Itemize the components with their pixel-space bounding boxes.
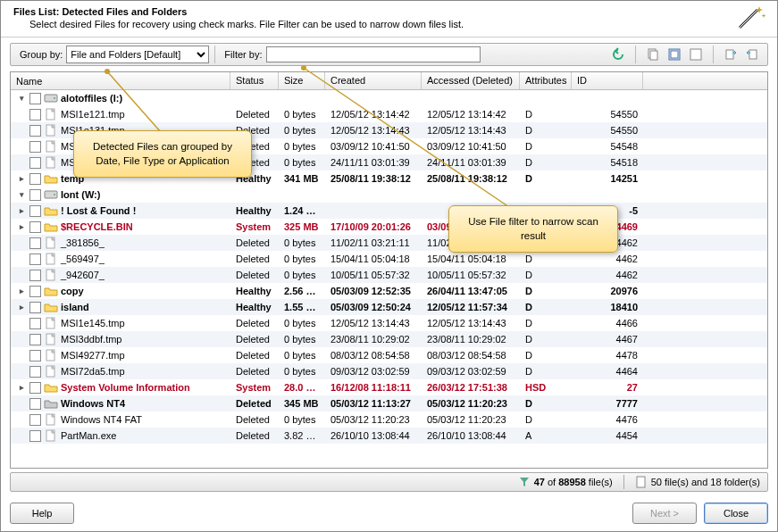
cell-status: Deleted: [230, 397, 279, 410]
col-size[interactable]: Size: [279, 72, 325, 89]
tree-toggle[interactable]: ▸: [16, 287, 27, 295]
next-button[interactable]: Next >: [632, 503, 697, 524]
cell-attributes: D: [520, 317, 572, 329]
cell-status: Deleted: [230, 429, 279, 442]
table-row[interactable]: PartMan.exeDeleted3.82 MB26/10/10 13:08:…: [11, 428, 767, 444]
table-row[interactable]: MSI1e145.tmpDeleted0 bytes12/05/12 13:14…: [11, 315, 767, 331]
row-checkbox[interactable]: [29, 350, 41, 362]
deselect-button[interactable]: [686, 46, 706, 63]
tree-toggle[interactable]: ▸: [16, 222, 27, 231]
cell-attributes: D: [520, 156, 572, 169]
row-checkbox[interactable]: [29, 205, 41, 217]
cell-created: 09/03/12 03:02:59: [325, 365, 422, 378]
tree-toggle[interactable]: ▾: [16, 94, 27, 103]
cell-size: 0 bytes: [279, 349, 325, 362]
cell-status: Deleted: [230, 269, 279, 281]
dialog-subtitle: Select desired Files for recovery using …: [29, 19, 768, 29]
dialog-title: Files List: Detected Files and Folders: [13, 6, 768, 17]
cell-size: 28.0 KB: [279, 381, 325, 394]
cell-attributes: D: [520, 124, 572, 137]
close-button[interactable]: Close: [704, 503, 768, 524]
group-by-select[interactable]: File and Folders [Default]: [66, 46, 209, 63]
col-accessed[interactable]: Accessed (Deleted): [422, 72, 520, 89]
cell-created: 12/05/12 13:14:43: [325, 317, 422, 329]
callout-text: Detected Files can grouped by Date, File…: [93, 141, 232, 166]
cell-created: 10/05/11 05:57:32: [325, 269, 422, 281]
col-attributes[interactable]: Attributes: [520, 72, 572, 89]
select-all-button[interactable]: [665, 46, 684, 63]
row-checkbox[interactable]: [29, 382, 41, 394]
row-checkbox[interactable]: [29, 237, 41, 249]
row-checkbox[interactable]: [29, 157, 41, 169]
copy-button[interactable]: [643, 46, 663, 63]
toolbar: Group by: File and Folders [Default] Fil…: [10, 43, 768, 66]
row-checkbox[interactable]: [29, 286, 41, 297]
table-row[interactable]: ▾Iont (W:): [11, 187, 767, 203]
tree-toggle[interactable]: ▸: [16, 206, 27, 215]
row-checkbox[interactable]: [29, 109, 41, 121]
table-row[interactable]: _381856_Deleted0 bytes11/02/11 03:21:111…: [11, 235, 767, 251]
cell-id: 27: [572, 381, 643, 394]
table-row[interactable]: MSI72da5.tmpDeleted0 bytes09/03/12 03:02…: [11, 363, 767, 379]
row-checkbox[interactable]: [29, 302, 41, 313]
tree-toggle[interactable]: ▾: [16, 190, 27, 199]
cell-size: 0 bytes: [279, 124, 325, 137]
file-name: MSI3ddbf.tmp: [61, 334, 121, 345]
table-row[interactable]: ▾alotoffiles (I:): [11, 90, 767, 106]
refresh-button[interactable]: [608, 46, 628, 63]
row-checkbox[interactable]: [29, 221, 41, 233]
table-row[interactable]: ▸System Volume InformationSystem28.0 KB1…: [11, 379, 767, 395]
table-row[interactable]: ▸copyHealthy2.56 GB05/03/09 12:52:3526/0…: [11, 283, 767, 299]
cell-status: Deleted: [230, 365, 279, 378]
row-checkbox[interactable]: [29, 189, 41, 201]
row-checkbox[interactable]: [29, 93, 41, 104]
svg-rect-26: [637, 477, 645, 487]
row-checkbox[interactable]: [29, 334, 41, 345]
row-checkbox[interactable]: [29, 430, 41, 442]
cell-size: 0 bytes: [279, 108, 325, 121]
table-row[interactable]: MSI3ddbf.tmpDeleted0 bytes23/08/11 10:29…: [11, 331, 767, 347]
tree-toggle[interactable]: ▸: [16, 383, 27, 392]
row-checkbox[interactable]: [29, 414, 41, 426]
cell-id: 4462: [572, 269, 643, 281]
export-button[interactable]: [721, 46, 740, 63]
table-row[interactable]: Windows NT4 FATDeleted0 bytes05/03/12 11…: [11, 411, 767, 428]
cell-created: 05/03/12 11:13:27: [325, 397, 422, 410]
cell-attributes: [520, 97, 572, 99]
row-checkbox[interactable]: [29, 366, 41, 378]
cell-accessed: 15/04/11 05:04:18: [422, 253, 520, 265]
col-name[interactable]: Name: [11, 72, 230, 89]
cell-created: 12/05/12 13:14:42: [325, 108, 422, 121]
col-status[interactable]: Status: [230, 72, 279, 89]
cell-size: [279, 97, 325, 99]
help-button[interactable]: Help: [10, 503, 74, 524]
filter-input[interactable]: [266, 46, 481, 62]
row-checkbox[interactable]: [29, 318, 41, 329]
row-checkbox[interactable]: [29, 173, 41, 185]
cell-size: 0 bytes: [279, 253, 325, 265]
file-name: island: [61, 302, 89, 312]
table-row[interactable]: MSI49277.tmpDeleted0 bytes08/03/12 08:54…: [11, 347, 767, 363]
table-row[interactable]: _569497_Deleted0 bytes15/04/11 05:04:181…: [11, 251, 767, 267]
row-checkbox[interactable]: [29, 141, 41, 153]
file-icon: [44, 124, 58, 137]
cell-size: 3.82 MB: [279, 429, 325, 442]
table-row[interactable]: ▸! Lost & Found !Healthy1.24 MB-5: [11, 203, 767, 219]
row-checkbox[interactable]: [29, 125, 41, 137]
cell-status: Deleted: [230, 237, 279, 249]
cell-id: 4476: [572, 413, 643, 426]
table-row[interactable]: Windows NT4Deleted345 MB05/03/12 11:13:2…: [11, 395, 767, 411]
table-row[interactable]: MSI1e121.tmpDeleted0 bytes12/05/12 13:14…: [11, 106, 767, 122]
cell-size: 1.55 MB: [279, 301, 325, 313]
row-checkbox[interactable]: [29, 254, 41, 265]
import-button[interactable]: [742, 46, 762, 63]
tree-toggle[interactable]: ▸: [16, 303, 27, 312]
row-checkbox[interactable]: [29, 270, 41, 281]
col-id[interactable]: ID: [572, 72, 643, 89]
tree-toggle[interactable]: ▸: [16, 174, 27, 183]
table-row[interactable]: _942607_Deleted0 bytes10/05/11 05:57:321…: [11, 267, 767, 283]
table-row[interactable]: ▸$RECYCLE.BINSystem325 MB17/10/09 20:01:…: [11, 219, 767, 235]
col-created[interactable]: Created: [325, 72, 422, 89]
row-checkbox[interactable]: [29, 398, 41, 410]
table-row[interactable]: ▸islandHealthy1.55 MB05/03/09 12:50:2412…: [11, 299, 767, 315]
